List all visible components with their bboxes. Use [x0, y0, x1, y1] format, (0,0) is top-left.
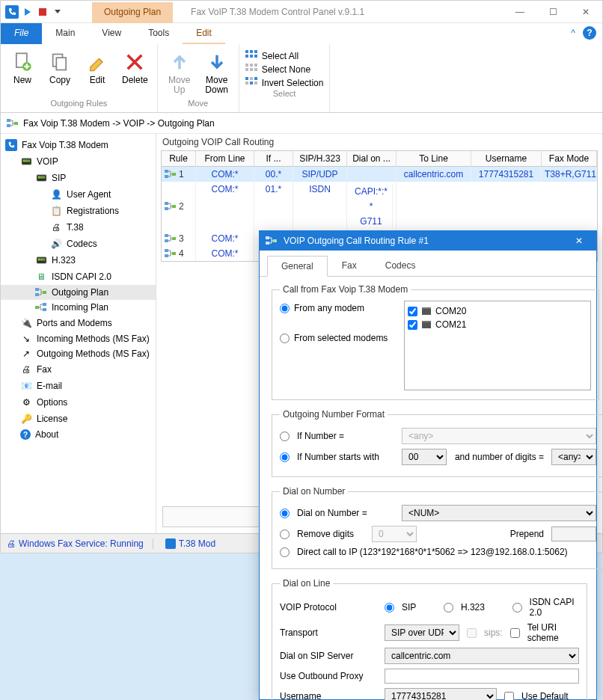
select-transport[interactable]: SIP over UDP [385, 624, 459, 641]
modem-icon [422, 307, 431, 315]
radio-proto-isdn[interactable] [512, 603, 522, 612]
registrations-icon: 📋 [50, 205, 62, 217]
radio-proto-sip[interactable] [385, 603, 394, 612]
edit-button[interactable]: Edit [82, 47, 113, 85]
tree-sip[interactable]: 📟SIP [1, 170, 156, 186]
radio-direct-ip[interactable] [280, 547, 290, 557]
breadcrumb: Fax Voip T.38 Modem -> VOIP -> Outgoing … [1, 113, 602, 134]
minimize-button[interactable]: — [503, 1, 536, 23]
tree-user-agent[interactable]: 👤User Agent [1, 186, 156, 203]
check-com20[interactable] [408, 307, 417, 316]
select-digits[interactable]: <any> [551, 449, 596, 465]
group-dial-number: Dial on Number Dial on Number = <NUM> Re… [272, 486, 603, 569]
check-tel-uri[interactable] [510, 628, 520, 638]
tree-email[interactable]: 📧E-mail [1, 378, 156, 394]
dialog-close-button[interactable]: ✕ [568, 236, 590, 246]
tree-isdn[interactable]: 🖥ISDN CAPI 2.0 [1, 268, 156, 285]
ribbon: New Copy Edit Delete Outgoing Rules [1, 44, 602, 113]
tab-codecs[interactable]: Codecs [371, 255, 430, 276]
play-icon[interactable] [22, 6, 34, 18]
radio-dial-number[interactable] [280, 509, 290, 518]
modem-list[interactable]: COM20 COM21 [404, 301, 591, 390]
radio-number-equals[interactable] [280, 432, 290, 441]
fax-icon: 🖨 [20, 363, 32, 375]
tree-ports[interactable]: 🔌Ports and Modems [1, 315, 156, 331]
svg-rect-14 [165, 175, 168, 178]
tree-outgoing-plan[interactable]: Outgoing Plan [1, 285, 156, 300]
tree-incoming-plan[interactable]: Incoming Plan [1, 300, 156, 315]
tree-voip[interactable]: 📟VOIP [1, 153, 156, 170]
close-button[interactable]: ✕ [569, 1, 602, 23]
isdn-icon: 🖥 [35, 271, 47, 283]
select-dial-number[interactable]: <NUM> [402, 505, 596, 521]
svg-rect-20 [165, 239, 168, 242]
menu-edit[interactable]: Edit [183, 23, 225, 44]
route-in-icon: ↘ [20, 334, 32, 344]
radio-remove-digits[interactable] [280, 529, 290, 539]
menu-view[interactable]: View [88, 23, 135, 44]
table-row[interactable]: 2COM:*01.*ISDNCAPI:*:**G711 [162, 182, 597, 231]
tree-license[interactable]: 🔑License [1, 411, 156, 427]
select-username[interactable]: 17774315281 [385, 688, 497, 700]
dialog-titlebar[interactable]: VOIP Outgoing Call Routing Rule #1 ✕ [260, 231, 596, 251]
tree-codecs[interactable]: 🔊Codecs [1, 236, 156, 252]
svg-rect-26 [266, 242, 269, 245]
phone-icon [5, 139, 17, 151]
svg-rect-25 [266, 236, 269, 239]
select-sip-server[interactable]: callcentric.com [385, 648, 579, 664]
tree-fax[interactable]: 🖨Fax [1, 361, 156, 378]
radio-from-any[interactable] [280, 304, 290, 313]
copy-button[interactable]: Copy [44, 47, 76, 85]
tree-registrations[interactable]: 📋Registrations [1, 203, 156, 219]
select-all-button[interactable]: Select All [245, 50, 324, 62]
radio-proto-h323[interactable] [444, 603, 453, 612]
check-com21[interactable] [408, 320, 417, 330]
new-button[interactable]: New [7, 47, 38, 85]
svg-rect-11 [43, 308, 46, 311]
copy-icon [48, 50, 72, 74]
dialog-title: VOIP Outgoing Call Routing Rule #1 [284, 236, 429, 246]
maximize-button[interactable]: ☐ [536, 1, 569, 23]
tree-t38[interactable]: 🖨T.38 [1, 219, 156, 236]
key-icon: 🔑 [20, 413, 32, 425]
select-all-icon [245, 50, 257, 62]
modem-icon [422, 321, 431, 328]
input-outbound-proxy[interactable] [385, 669, 579, 684]
ribbon-collapse-icon[interactable]: ^ [563, 23, 583, 44]
select-none-button[interactable]: Select None [245, 64, 324, 76]
svg-rect-23 [165, 254, 168, 257]
move-up-button: Move Up [164, 47, 195, 95]
check-user-default[interactable] [504, 692, 514, 701]
tab-fax[interactable]: Fax [328, 255, 371, 276]
group-call-from: Call from Fax Voip T.38 Modem From any m… [272, 284, 599, 400]
qat-dropdown-icon[interactable] [52, 6, 64, 18]
tree-about[interactable]: ?About [1, 427, 156, 442]
nav-tree[interactable]: Fax Voip T.38 Modem 📟VOIP 📟SIP 👤User Age… [1, 134, 156, 533]
tree-h323[interactable]: 📟H.323 [1, 252, 156, 268]
tree-root[interactable]: Fax Voip T.38 Modem [1, 137, 156, 153]
tree-outgoing-methods[interactable]: ↗Outgoing Methods (MS Fax) [1, 346, 156, 361]
tab-general[interactable]: General [267, 256, 328, 277]
radio-from-selected[interactable] [280, 334, 290, 343]
menu-main[interactable]: Main [42, 23, 88, 44]
help-icon[interactable]: ? [583, 26, 596, 40]
move-down-button[interactable]: Move Down [201, 47, 233, 95]
group-label-rules: Outgoing Rules [50, 99, 107, 109]
invert-selection-button[interactable]: Invert Selection [245, 77, 324, 89]
codecs-icon: 🔊 [50, 238, 62, 250]
email-icon: 📧 [20, 380, 32, 392]
route-icon [266, 236, 278, 246]
radio-number-starts[interactable] [280, 452, 290, 462]
select-starts-with[interactable]: 00 [402, 449, 447, 465]
context-tab[interactable]: Outgoing Plan [92, 2, 173, 23]
group-dial-line: Dial on Line VOIP Protocol SIP H.323 ISD… [272, 578, 587, 700]
delete-button[interactable]: Delete [119, 47, 151, 85]
stop-icon[interactable] [37, 6, 49, 18]
input-prepend [551, 526, 596, 541]
table-row[interactable]: 1COM:*00.*SIP/UDPcallcentric.com17774315… [162, 167, 597, 182]
menu-file[interactable]: File [1, 23, 42, 44]
ports-icon: 🔌 [20, 317, 32, 329]
tree-incoming-methods[interactable]: ↘Incoming Methods (MS Fax) [1, 331, 156, 346]
tree-options[interactable]: ⚙Options [1, 394, 156, 411]
menu-tools[interactable]: Tools [135, 23, 183, 44]
